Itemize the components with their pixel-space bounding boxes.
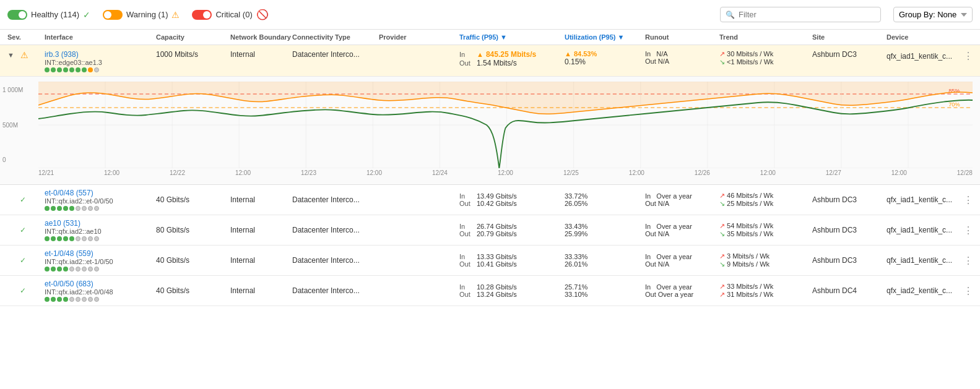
dot xyxy=(69,206,74,211)
dot xyxy=(69,297,74,302)
critical-toggle[interactable] xyxy=(192,10,212,20)
row-traffic-4: In10.28 Gbits/s Out13.24 Gbits/s xyxy=(459,283,565,298)
dot xyxy=(82,267,87,271)
x-label: 12/24 xyxy=(432,169,448,176)
dot xyxy=(82,67,87,72)
dot xyxy=(76,67,80,72)
row-site-4: Ashburn DC4 xyxy=(812,286,887,295)
healthy-toggle[interactable] xyxy=(7,10,27,20)
healthy-status[interactable]: Healthy (114) ✓ xyxy=(7,10,90,20)
row-connectivity-2: Datacenter Interco... xyxy=(292,226,379,234)
row-interface-2: ae10 (531) INT::qfx.iad2::ae10 xyxy=(45,219,156,241)
healthy-check-icon: ✓ xyxy=(83,10,90,20)
col-header-provider: Provider xyxy=(379,33,459,41)
row-site-3: Ashburn DC3 xyxy=(812,256,887,265)
row-interface-1: et-0/0/48 (557) INT::qfx.iad2::et-0/0/50 xyxy=(45,189,156,211)
row-menu-0[interactable]: ⋮ xyxy=(963,50,973,62)
row-util-1: 33.72%26.05% xyxy=(565,192,645,207)
table-row: ✓ et-0/0/48 (557) INT::qfx.iad2::et-0/0/… xyxy=(0,185,980,215)
dots-row-4 xyxy=(45,297,156,302)
col-header-traffic[interactable]: Traffic (P95) ▼ xyxy=(459,33,565,41)
row-trend-1: ↗ 46 Mbits/s / Wk ↘ 25 Mbits/s / Wk xyxy=(719,192,812,208)
row-runout-2: In Over a yearOut N/A xyxy=(645,223,719,237)
interface-sub-3: INT::qfx.iad2::et-1/0/50 xyxy=(45,258,156,265)
dots-row-2 xyxy=(45,236,156,241)
critical-icon: 🚫 xyxy=(256,9,269,20)
x-label: 12:00 xyxy=(760,169,776,176)
row-menu-3[interactable]: ⋮ xyxy=(963,255,973,267)
expand-button-0[interactable]: ▼ xyxy=(7,51,14,59)
group-by-select[interactable]: Group By: None xyxy=(893,7,973,22)
row-util-2: 33.43%25.99% xyxy=(565,223,645,237)
row-menu-4[interactable]: ⋮ xyxy=(963,285,973,297)
row-menu-1[interactable]: ⋮ xyxy=(963,194,973,206)
row-sev-1: ✓ xyxy=(7,195,45,204)
interface-sub-1: INT::qfx.iad2::et-0/0/50 xyxy=(45,197,156,205)
interface-name-1[interactable]: et-0/0/48 (557) xyxy=(45,189,156,197)
filter-box[interactable]: 🔍 xyxy=(720,7,881,22)
row-trend-4: ↗ 33 Mbits/s / Wk ↗ 31 Mbits/s / Wk xyxy=(719,283,812,299)
interface-sub-2: INT::qfx.iad2::ae10 xyxy=(45,228,156,235)
interface-name-0[interactable]: irb.3 (938) xyxy=(45,50,156,59)
row-connectivity-1: Datacenter Interco... xyxy=(292,195,379,204)
header-bar: Healthy (114) ✓ Warning (1) ⚠ Critical (… xyxy=(0,0,980,30)
col-header-boundary: Network Boundary xyxy=(230,33,292,41)
row-menu-2[interactable]: ⋮ xyxy=(963,224,973,236)
row-connectivity-0: Datacenter Interco... xyxy=(292,50,379,59)
dot xyxy=(57,67,62,72)
row-traffic-1: In13.49 Gbits/s Out10.42 Gbits/s xyxy=(459,192,565,207)
row-device-4: qfx_iad2_kentik_c... ⋮ xyxy=(887,285,973,297)
dot xyxy=(63,236,68,241)
row-device-0: qfx_iad1_kentik_c... ⋮ xyxy=(887,50,973,62)
dot xyxy=(51,67,56,72)
x-label: 12:00 xyxy=(366,169,382,176)
x-label: 12:00 xyxy=(891,169,907,176)
row-capacity-3: 40 Gbits/s xyxy=(156,256,230,265)
ok-sev-icon: ✓ xyxy=(20,195,26,204)
row-interface-4: et-0/0/50 (683) INT::qfx.iad2::et-0/0/48 xyxy=(45,280,156,302)
col-header-connectivity: Connectivity Type xyxy=(292,33,379,41)
row-util-3: 33.33%26.01% xyxy=(565,253,645,268)
search-icon: 🔍 xyxy=(726,11,735,19)
critical-status[interactable]: Critical (0) 🚫 xyxy=(192,9,268,20)
dot xyxy=(63,67,68,72)
dots-row-1 xyxy=(45,206,156,211)
row-traffic-2: In26.74 Gbits/s Out20.79 Gbits/s xyxy=(459,223,565,237)
dot xyxy=(94,67,99,72)
dot xyxy=(94,297,99,302)
row-util-4: 25.71%33.10% xyxy=(565,283,645,298)
dot xyxy=(45,267,50,271)
filter-input[interactable] xyxy=(739,10,875,19)
row-interface-3: et-1/0/48 (559) INT::qfx.iad2::et-1/0/50 xyxy=(45,249,156,271)
svg-text:70%: 70% xyxy=(948,101,960,108)
table-row: ✓ et-1/0/48 (559) INT::qfx.iad2::et-1/0/… xyxy=(0,246,980,276)
y-label-bot: 0 xyxy=(2,156,23,163)
col-header-utilization[interactable]: Utilization (P95) ▼ xyxy=(565,33,645,41)
row-trend-0: ↗ 30 Mbits/s / Wk ↘ <1 Mbits/s / Wk xyxy=(719,50,812,66)
dot xyxy=(51,267,56,271)
dot xyxy=(69,267,74,271)
row-traffic-3: In13.33 Gbits/s Out10.41 Gbits/s xyxy=(459,253,565,268)
row-runout-1: In Over a yearOut N/A xyxy=(645,192,719,207)
x-label: 12:00 xyxy=(235,169,251,176)
interface-name-4[interactable]: et-0/0/50 (683) xyxy=(45,280,156,288)
row-boundary-3: Internal xyxy=(230,256,292,265)
interface-name-3[interactable]: et-1/0/48 (559) xyxy=(45,249,156,258)
warning-status[interactable]: Warning (1) ⚠ xyxy=(103,10,180,20)
dot xyxy=(82,206,87,211)
row-site-0: Ashburn DC3 xyxy=(812,50,887,59)
dot xyxy=(63,297,68,302)
x-label: 12:00 xyxy=(629,169,644,176)
row-site-2: Ashburn DC3 xyxy=(812,226,887,234)
warning-toggle[interactable] xyxy=(103,10,123,20)
x-label: 12:00 xyxy=(104,169,119,176)
row-boundary-0: Internal xyxy=(230,50,292,59)
chart-area: 85% 70% xyxy=(38,82,973,168)
row-sev-0: ▼ ⚠ xyxy=(7,50,45,60)
dots-row-3 xyxy=(45,267,156,271)
row-trend-2: ↗ 54 Mbits/s / Wk ↘ 35 Mbits/s / Wk xyxy=(719,222,812,238)
dot xyxy=(69,67,74,72)
interface-name-2[interactable]: ae10 (531) xyxy=(45,219,156,228)
dot xyxy=(94,267,99,271)
ok-sev-icon: ✓ xyxy=(20,286,26,295)
